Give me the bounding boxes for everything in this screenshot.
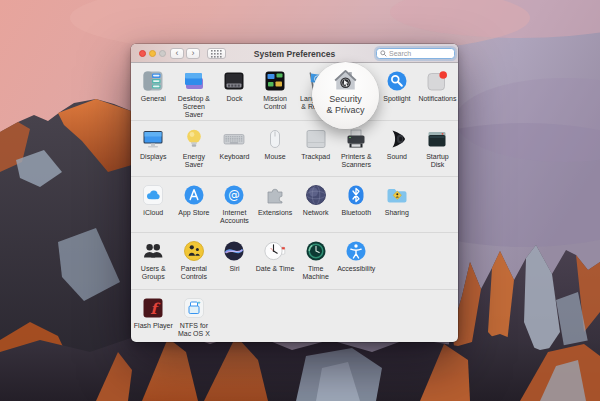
parental-controls-icon [182, 239, 206, 263]
pref-item-label: Mission Control [263, 95, 287, 111]
pref-item-label: Notifications [418, 95, 456, 103]
pref-item-extensions[interactable]: Extensions [255, 177, 296, 232]
traffic-lights [139, 50, 166, 57]
ntfs-icon [182, 296, 206, 320]
extensions-icon [263, 183, 287, 207]
show-all-button[interactable] [207, 48, 226, 59]
forward-button[interactable]: › [186, 48, 200, 59]
pref-item-internet-accounts[interactable]: @Internet Accounts [214, 177, 255, 232]
pref-item-parental-controls[interactable]: Parental Controls [174, 233, 215, 289]
pref-item-dock[interactable]: Dock [214, 63, 255, 120]
pref-item-label: Printers & Scanners [341, 153, 372, 169]
network-icon [304, 183, 328, 207]
startup-disk-icon [425, 127, 449, 151]
pref-item-spotlight[interactable]: Spotlight [377, 63, 418, 120]
pref-item-desktop-screen-saver[interactable]: Desktop & Screen Saver [174, 63, 215, 120]
users-groups-icon [141, 239, 165, 263]
pref-item-general[interactable]: General [133, 63, 174, 120]
spotlight-icon [385, 69, 409, 93]
icloud-icon [141, 183, 165, 207]
siri-icon [222, 239, 246, 263]
pref-item-displays[interactable]: Displays [133, 121, 174, 176]
pref-item-mission-control[interactable]: Mission Control [255, 63, 296, 120]
pref-item-label: Network [303, 209, 329, 217]
pref-item-siri[interactable]: Siri [214, 233, 255, 289]
pref-item-label: Flash Player [134, 322, 173, 330]
preferences-row: GeneralDesktop & Screen SaverDockMission… [131, 63, 458, 121]
pref-item-network[interactable]: Network [295, 177, 336, 232]
date-time-icon [263, 239, 287, 263]
pref-item-label: Energy Saver [183, 153, 205, 169]
pref-item-time-machine[interactable]: Time Machine [295, 233, 336, 289]
pref-item-sound[interactable]: Sound [377, 121, 418, 176]
pref-item-label: Internet Accounts [220, 209, 249, 225]
pref-item-app-store[interactable]: App Store [174, 177, 215, 232]
preferences-row: DisplaysEnergy SaverKeyboardMouseTrackpa… [131, 121, 458, 177]
desktop: ‹ › System Preferences [0, 0, 600, 401]
mission-control-icon [263, 69, 287, 93]
pref-item-date-time[interactable]: Date & Time [255, 233, 296, 289]
pref-item-label: Date & Time [256, 265, 295, 273]
preferences-row: iCloudApp Store@Internet AccountsExtensi… [131, 177, 458, 233]
pref-item-label: Startup Disk [426, 153, 449, 169]
pref-item-accessibility[interactable]: Accessibility [336, 233, 377, 289]
bluetooth-icon [344, 183, 368, 207]
pref-item-notifications[interactable]: Notifications [417, 63, 458, 120]
nav-buttons: ‹ › [170, 48, 226, 59]
pref-item-bluetooth[interactable]: Bluetooth [336, 177, 377, 232]
pref-item-printers-scanners[interactable]: Printers & Scanners [336, 121, 377, 176]
pref-item-ntfs[interactable]: NTFS for Mac OS X [174, 290, 215, 342]
pref-item-mouse[interactable]: Mouse [255, 121, 296, 176]
pref-item-flash-player[interactable]: fFlash Player [133, 290, 174, 342]
search-placeholder: Search [389, 50, 411, 57]
pref-item-label: Mouse [265, 153, 286, 161]
printers-scanners-icon [344, 127, 368, 151]
magnifier-label-line2: & Privacy [326, 105, 364, 116]
pref-item-label: Time Machine [302, 265, 328, 281]
pref-item-label: Sharing [385, 209, 409, 217]
pref-item-label: Extensions [258, 209, 292, 217]
sharing-icon [385, 183, 409, 207]
keyboard-icon [222, 127, 246, 151]
search-input[interactable]: Search [376, 48, 455, 59]
pref-item-label: Desktop & Screen Saver [174, 95, 215, 119]
security-privacy-icon[interactable] [332, 67, 359, 94]
pref-item-label: iCloud [143, 209, 163, 217]
desktop-screen-saver-icon [182, 69, 206, 93]
accessibility-icon [344, 239, 368, 263]
pref-item-label: Parental Controls [181, 265, 207, 281]
search-icon [380, 50, 387, 57]
zoom-button [159, 50, 166, 57]
minimize-button[interactable] [149, 50, 156, 57]
pref-item-label: NTFS for Mac OS X [178, 322, 210, 338]
pref-item-startup-disk[interactable]: Startup Disk [417, 121, 458, 176]
notifications-icon [425, 69, 449, 93]
titlebar[interactable]: ‹ › System Preferences [131, 44, 458, 63]
app-store-icon [182, 183, 206, 207]
system-preferences-window: ‹ › System Preferences [131, 44, 458, 342]
pref-item-keyboard[interactable]: Keyboard [214, 121, 255, 176]
magnifier-label-line1: Security [329, 94, 362, 105]
pref-item-icloud[interactable]: iCloud [133, 177, 174, 232]
pref-item-label: Spotlight [383, 95, 410, 103]
trackpad-icon [304, 127, 328, 151]
close-button[interactable] [139, 50, 146, 57]
pref-item-trackpad[interactable]: Trackpad [295, 121, 336, 176]
pref-item-sharing[interactable]: Sharing [377, 177, 418, 232]
svg-text:@: @ [229, 188, 241, 202]
back-button[interactable]: ‹ [170, 48, 184, 59]
preferences-grid: GeneralDesktop & Screen SaverDockMission… [131, 63, 458, 342]
time-machine-icon [304, 239, 328, 263]
pref-item-label: App Store [178, 209, 209, 217]
pref-item-label: General [141, 95, 166, 103]
pref-item-label: Accessibility [337, 265, 375, 273]
dock-icon [222, 69, 246, 93]
pref-item-energy-saver[interactable]: Energy Saver [174, 121, 215, 176]
pref-item-label: Users & Groups [141, 265, 166, 281]
pref-item-users-groups[interactable]: Users & Groups [133, 233, 174, 289]
preferences-row: Users & GroupsParental ControlsSiriDate … [131, 233, 458, 290]
pref-item-label: Bluetooth [341, 209, 371, 217]
pref-item-label: Keyboard [220, 153, 250, 161]
energy-saver-icon [182, 127, 206, 151]
pref-item-label: Dock [227, 95, 243, 103]
